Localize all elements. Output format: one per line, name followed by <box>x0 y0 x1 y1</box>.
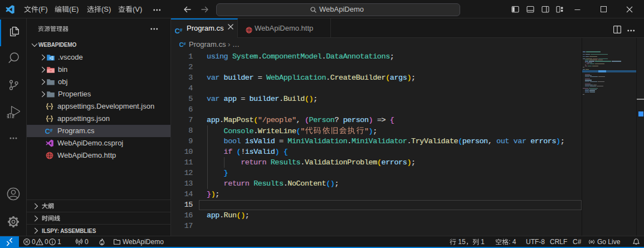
svg-text:#: # <box>50 127 52 133</box>
